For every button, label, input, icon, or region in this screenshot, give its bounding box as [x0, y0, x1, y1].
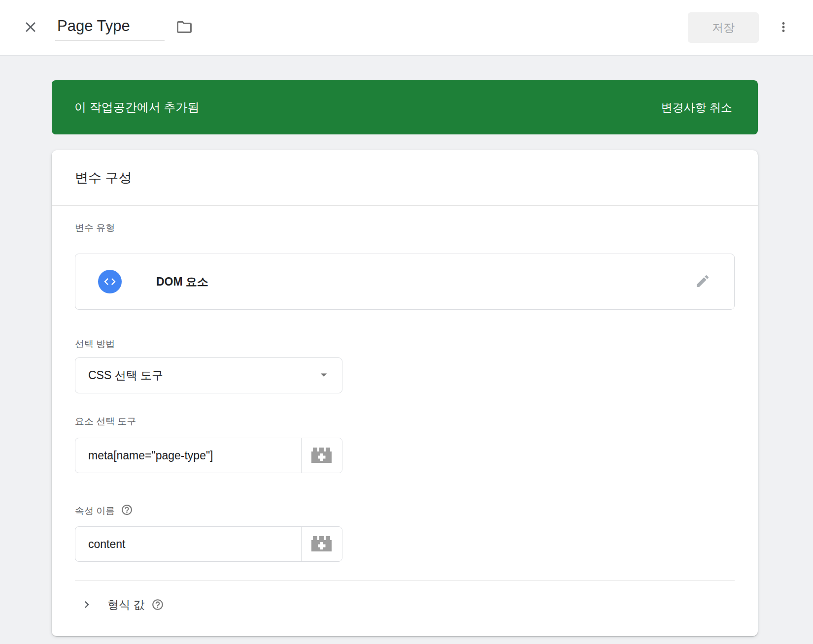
insert-variable-button[interactable] — [301, 438, 342, 473]
top-bar: 저장 — [0, 0, 813, 56]
variable-type-box[interactable]: DOM 요소 — [75, 254, 735, 310]
card-body: 변수 유형 DOM 요소 선택 방법 CSS 선택 도구 — [52, 223, 758, 617]
format-value-label: 형식 값 — [107, 597, 144, 612]
workspace-status-banner: 이 작업공간에서 추가됨 변경사항 취소 — [52, 80, 758, 134]
variable-configuration-card: 변수 구성 변수 유형 DOM 요소 선택 방법 CSS 선택 도구 — [52, 150, 758, 636]
element-selector-field — [75, 438, 342, 473]
folder-icon — [175, 18, 193, 37]
discard-changes-button[interactable]: 변경사항 취소 — [658, 99, 735, 116]
selection-method-label: 선택 방법 — [75, 339, 735, 350]
format-value-expander[interactable]: 형식 값 — [75, 592, 164, 617]
chevron-down-icon — [316, 367, 331, 384]
card-title: 변수 구성 — [52, 150, 758, 206]
close-button[interactable] — [21, 18, 40, 37]
help-icon[interactable] — [151, 598, 164, 611]
gtm-variable-editor: 저장 이 작업공간에서 추가됨 변경사항 취소 변수 구성 변수 유형 DOM … — [0, 0, 813, 644]
folder-button[interactable] — [173, 17, 195, 38]
variable-brick-icon — [310, 446, 333, 465]
attribute-name-input[interactable] — [75, 527, 301, 561]
section-divider — [75, 580, 735, 581]
variable-brick-icon — [310, 535, 333, 554]
variable-type-label: 변수 유형 — [75, 223, 735, 233]
chevron-right-icon — [80, 598, 94, 612]
edit-variable-type-button[interactable] — [693, 272, 712, 291]
save-button[interactable]: 저장 — [688, 12, 759, 43]
more-menu-button[interactable] — [773, 17, 794, 38]
close-icon — [22, 19, 39, 37]
attribute-name-label-text: 속성 이름 — [75, 506, 115, 516]
attribute-name-label: 속성 이름 — [75, 504, 735, 518]
element-selector-input[interactable] — [75, 438, 301, 473]
variable-title-input[interactable] — [57, 17, 160, 35]
insert-variable-button[interactable] — [301, 527, 342, 561]
help-icon[interactable] — [121, 504, 133, 518]
variable-type-value: DOM 요소 — [156, 274, 208, 290]
banner-message: 이 작업공간에서 추가됨 — [74, 99, 199, 115]
pencil-icon — [695, 273, 711, 290]
variable-title-field[interactable] — [55, 14, 165, 41]
selection-method-value: CSS 선택 도구 — [88, 368, 316, 383]
element-selector-label: 요소 선택 도구 — [75, 416, 735, 427]
selection-method-select[interactable]: CSS 선택 도구 — [75, 357, 342, 393]
attribute-name-field — [75, 526, 342, 562]
kebab-menu-icon — [776, 20, 791, 36]
code-icon — [98, 270, 122, 293]
